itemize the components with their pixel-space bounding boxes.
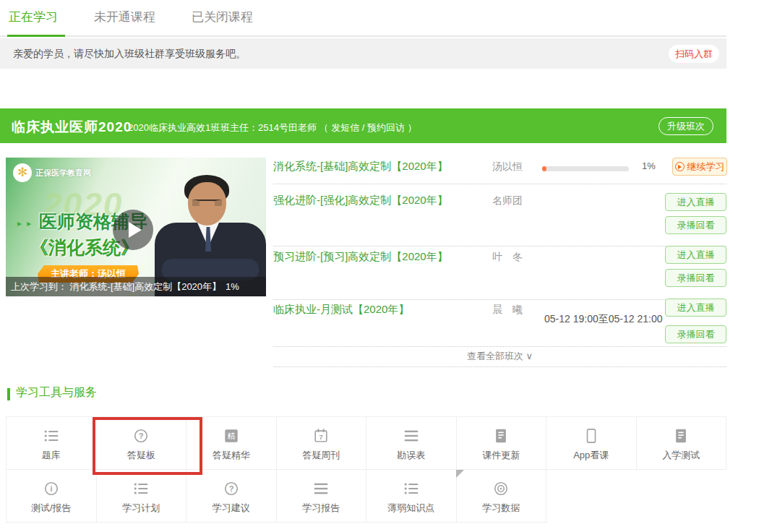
course-title[interactable]: 强化进阶-[强化]高效定制【2020年】 bbox=[273, 194, 448, 207]
tool-label: 学习建议 bbox=[213, 502, 250, 515]
tool-label: 勘误表 bbox=[397, 449, 425, 462]
empty-cell bbox=[637, 470, 727, 523]
send-sms-link[interactable]: 发短信 bbox=[331, 122, 359, 133]
progress-percent: 1% bbox=[642, 160, 656, 171]
notice-bar: 亲爱的学员，请尽快加入班级社群享受班级服务吧。 扫码入群 bbox=[0, 38, 726, 69]
doc-icon bbox=[493, 428, 509, 444]
class-header-bar: 临床执业医师2020 2020临床执业高效1班 班主任：2514号田老师 （ 发… bbox=[0, 108, 726, 143]
course-list: 消化系统-[基础]高效定制【2020年】 汤以恒 1% 继续学习 强化进阶-[强… bbox=[273, 155, 726, 372]
class-advisor: 班主任：2514号田老师 （ 发短信 / 预约回访 ） bbox=[220, 121, 417, 134]
reserve-callback-link[interactable]: 预约回访 bbox=[367, 122, 405, 133]
tool-label: 答疑精华 bbox=[213, 449, 250, 462]
view-all-classes-link[interactable]: 查看全部班次 ∨ bbox=[273, 350, 726, 363]
info-circle-icon bbox=[43, 481, 59, 497]
essence-icon bbox=[223, 428, 239, 444]
tool-errata[interactable]: 勘误表 bbox=[366, 417, 457, 470]
lines-icon bbox=[403, 428, 419, 444]
active-tab-underline bbox=[7, 35, 65, 37]
tool-label: 题库 bbox=[42, 449, 61, 462]
enter-live-button[interactable]: 进入直播 bbox=[665, 193, 726, 211]
progress-bar bbox=[542, 166, 629, 171]
doc-icon bbox=[673, 428, 689, 444]
phone-icon bbox=[583, 428, 599, 444]
tool-label: 测试/报告 bbox=[31, 502, 72, 515]
tool-test-report[interactable]: 测试/报告 bbox=[7, 470, 97, 523]
tool-qa-weekly[interactable]: 答疑周刊 bbox=[277, 417, 367, 470]
advisor-label: 班主任：2514号田老师 （ bbox=[220, 122, 331, 133]
chevron-down-icon: ∨ bbox=[526, 351, 533, 361]
replay-button[interactable]: 录播回看 bbox=[665, 325, 726, 343]
arrow-decoration: ▸ ▸ bbox=[17, 218, 33, 228]
course-video-thumbnail[interactable]: ✻ 正保医学教育网 2020 ▸ ▸ 医师资格辅导 《消化系统》 主讲老师：汤以… bbox=[6, 158, 266, 296]
play-circle-icon bbox=[675, 162, 685, 171]
class-name: 2020临床执业高效1班 bbox=[128, 121, 220, 134]
notice-text: 亲爱的学员，请尽快加入班级社群享受班级服务吧。 bbox=[13, 48, 246, 61]
list-icon bbox=[133, 481, 149, 497]
tool-study-report[interactable]: 学习报告 bbox=[277, 470, 367, 523]
upgrade-class-button[interactable]: 升级班次 bbox=[659, 117, 713, 135]
question-circle-icon bbox=[223, 481, 239, 497]
enter-live-button[interactable]: 进入直播 bbox=[665, 246, 726, 264]
brand-logo-text: 正保医学教育网 bbox=[35, 168, 91, 179]
tool-question-bank[interactable]: 题库 bbox=[7, 417, 97, 470]
continue-learning-button[interactable]: 继续学习 bbox=[672, 158, 727, 176]
target-icon bbox=[493, 481, 509, 497]
tabs-divider bbox=[0, 35, 726, 37]
replay-button[interactable]: 录播回看 bbox=[665, 216, 726, 234]
course-title[interactable]: 临床执业-月测试【2020年】 bbox=[273, 303, 409, 317]
play-button-icon[interactable] bbox=[113, 210, 153, 250]
list-icon bbox=[43, 428, 59, 444]
tool-label: 学习数据 bbox=[482, 502, 520, 515]
course-teacher: 叶 冬 bbox=[492, 251, 523, 264]
tool-weak-points[interactable]: 薄弱知识点 bbox=[366, 470, 457, 523]
course-teacher: 汤以恒 bbox=[492, 160, 523, 173]
tool-qa-essence[interactable]: 答疑精华 bbox=[186, 417, 277, 470]
brand-logo-icon: ✻ bbox=[13, 163, 32, 182]
enter-live-button[interactable]: 进入直播 bbox=[665, 299, 726, 317]
section-title-accent bbox=[7, 388, 10, 400]
course-title[interactable]: 预习进阶-[预习]高效定制【2020年】 bbox=[273, 250, 448, 264]
list-icon bbox=[403, 481, 419, 497]
last-watched-bar: 上次学习到： 消化系统-[基础]高效定制【2020年】1% bbox=[6, 277, 266, 296]
course-teacher: 晨 曦 bbox=[492, 304, 523, 317]
tool-entrance-test[interactable]: 入学测试 bbox=[637, 417, 727, 470]
tool-label: 薄弱知识点 bbox=[387, 502, 434, 515]
lines-icon bbox=[313, 481, 329, 497]
tool-label: App看课 bbox=[573, 449, 609, 462]
instructor-photo bbox=[192, 200, 222, 206]
tool-app-watch[interactable]: App看课 bbox=[546, 417, 637, 470]
tool-label: 入学测试 bbox=[662, 449, 700, 462]
row-divider bbox=[273, 299, 726, 300]
tool-label: 答疑板 bbox=[127, 449, 155, 462]
replay-button[interactable]: 录播回看 bbox=[665, 269, 726, 287]
row-divider bbox=[273, 346, 726, 347]
tool-label: 学习计划 bbox=[122, 502, 160, 515]
tab-not-opened[interactable]: 未开通课程 bbox=[94, 9, 155, 25]
advisor-suffix: ） bbox=[405, 122, 417, 133]
tab-learning[interactable]: 正在学习 bbox=[9, 9, 58, 25]
corner-fold-decoration bbox=[456, 470, 464, 478]
tools-grid: 题库 答疑板 答疑精华 答疑周刊 勘误表 课件更新 App看课 入学测试 bbox=[6, 416, 726, 523]
question-circle-icon bbox=[133, 428, 149, 444]
last-watched-text: 上次学习到： 消化系统-[基础]高效定制【2020年】 bbox=[11, 281, 221, 292]
tool-answer-board[interactable]: 答疑板 bbox=[97, 417, 187, 470]
tool-label: 学习报告 bbox=[302, 502, 340, 515]
row-divider bbox=[273, 246, 726, 246]
tab-closed[interactable]: 已关闭课程 bbox=[192, 9, 253, 25]
course-title[interactable]: 消化系统-[基础]高效定制【2020年】 bbox=[273, 160, 448, 173]
tool-courseware-update[interactable]: 课件更新 bbox=[457, 417, 547, 470]
tool-study-data[interactable]: 学习数据 bbox=[457, 470, 547, 523]
tool-study-advice[interactable]: 学习建议 bbox=[186, 470, 277, 523]
advisor-separator: / bbox=[359, 122, 367, 133]
calendar-icon bbox=[313, 428, 329, 444]
tool-label: 课件更新 bbox=[482, 449, 520, 462]
view-all-label: 查看全部班次 bbox=[467, 351, 523, 361]
row-divider bbox=[273, 366, 726, 367]
tool-study-plan[interactable]: 学习计划 bbox=[97, 470, 187, 523]
empty-cell bbox=[546, 470, 637, 523]
tool-label: 答疑周刊 bbox=[302, 449, 340, 462]
progress-fill bbox=[542, 166, 546, 171]
continue-learning-label: 继续学习 bbox=[687, 160, 725, 173]
scan-qr-join-button[interactable]: 扫码入群 bbox=[669, 45, 719, 63]
live-time-range: 05-12 19:00至05-12 21:00 bbox=[544, 313, 662, 326]
